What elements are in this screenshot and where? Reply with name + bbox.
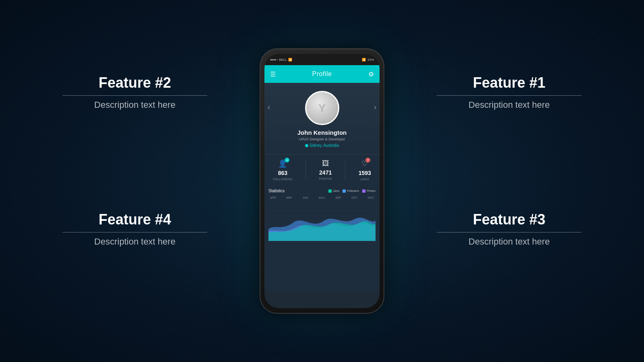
legend-photos-label: Photos <box>367 189 376 192</box>
feature-4-title: Feature #4 <box>62 211 207 228</box>
feature-2-title: Feature #2 <box>62 74 207 91</box>
wave-chart <box>268 201 376 241</box>
followers-badge: 4 <box>285 158 289 162</box>
feature-2-divider <box>62 95 207 96</box>
likes-icon-wrapper: ♡ 7 <box>361 159 368 168</box>
profile-section: ‹ › John Kensington UI/UX Designer & Dev… <box>264 83 380 154</box>
app-title: Profile <box>312 70 332 78</box>
chart-section: Statistics Likes Followers <box>264 185 380 290</box>
feature-4-divider <box>62 232 207 232</box>
bluetooth-icon: 📶 <box>362 58 366 62</box>
month-oct: OCT <box>351 196 357 199</box>
stat-followers[interactable]: 👤 4 863 FOLLOWERS <box>273 159 292 181</box>
photos-icon: 🖼 <box>322 159 329 167</box>
nav-arrow-left[interactable]: ‹ <box>268 103 270 111</box>
stat-photos[interactable]: 🖼 2471 PHOTOS <box>319 159 332 181</box>
feature-3-title: Feature #3 <box>437 211 582 228</box>
nav-arrow-right[interactable]: › <box>374 103 376 111</box>
carrier-label: BELL <box>279 58 287 62</box>
location-text: Sidney, Australia <box>310 143 339 148</box>
profile-location: Sidney, Australia <box>305 143 339 148</box>
status-left: ●●●○ BELL 📶 <box>270 58 292 62</box>
phone-device: ●●●○ BELL 📶 📶 22% ☰ Profile ⚙ <box>260 48 384 314</box>
feature-1-title: Feature #1 <box>437 74 582 91</box>
month-sep: SEP <box>335 196 341 199</box>
followers-count: 863 <box>278 170 287 176</box>
profile-role: UI/UX Designer & Developer <box>299 137 345 141</box>
photos-icon-wrapper: 🖼 <box>322 159 329 168</box>
legend-followers: Followers <box>343 189 359 193</box>
feature-3-block: Feature #3 Description text here <box>437 211 582 247</box>
feature-3-description: Description text here <box>437 237 582 247</box>
avatar <box>305 91 339 125</box>
chart-header: Statistics Likes Followers <box>268 189 376 193</box>
legend-followers-label: Followers <box>347 189 359 192</box>
settings-icon[interactable]: ⚙ <box>368 70 374 78</box>
likes-badge: 7 <box>365 158 370 162</box>
legend-photos-dot <box>362 189 365 193</box>
profile-name: John Kensington <box>297 129 347 136</box>
month-may: MAY <box>286 196 292 199</box>
followers-icon-wrapper: 👤 4 <box>278 159 287 168</box>
month-apr: APR <box>270 196 276 199</box>
status-right: 📶 22% <box>362 58 374 62</box>
feature-4-description: Description text here <box>62 237 207 247</box>
legend-likes-dot <box>328 189 332 193</box>
likes-count: 1593 <box>359 170 371 176</box>
status-bar: ●●●○ BELL 📶 📶 22% <box>264 54 380 65</box>
chart-legend: Likes Followers Photos <box>328 189 376 193</box>
feature-1-divider <box>437 95 582 96</box>
app-header: ☰ Profile ⚙ <box>264 65 380 83</box>
month-july: JULY <box>318 196 325 199</box>
feature-2-description: Description text here <box>62 100 207 110</box>
stat-divider-2 <box>345 159 345 181</box>
battery-label: 22% <box>367 58 374 62</box>
legend-likes: Likes <box>328 189 339 193</box>
phone-screen: ●●●○ BELL 📶 📶 22% ☰ Profile ⚙ <box>264 54 380 308</box>
followers-label: FOLLOWERS <box>273 178 292 181</box>
phone-body: ●●●○ BELL 📶 📶 22% ☰ Profile ⚙ <box>260 48 384 314</box>
stats-section: 👤 4 863 FOLLOWERS 🖼 2471 PHOTOS <box>264 154 380 185</box>
feature-4-block: Feature #4 Description text here <box>62 211 207 247</box>
chart-title: Statistics <box>268 189 285 193</box>
screen-content: ☰ Profile ⚙ ‹ › John Kensington UI/UX De… <box>264 65 380 290</box>
legend-likes-label: Likes <box>333 189 339 192</box>
legend-photos: Photos <box>362 189 376 193</box>
feature-1-block: Feature #1 Description text here <box>437 74 582 110</box>
photos-count: 2471 <box>319 169 332 176</box>
signal-dots: ●●●○ <box>270 58 278 62</box>
chart-months: APR MAY JUN JULY SEP OCT NOV <box>268 196 376 199</box>
likes-label: LIKES <box>360 178 369 181</box>
hamburger-icon[interactable]: ☰ <box>270 70 276 78</box>
stat-likes[interactable]: ♡ 7 1593 LIKES <box>359 159 371 181</box>
wifi-icon: 📶 <box>288 58 292 62</box>
feature-2-block: Feature #2 Description text here <box>62 74 207 110</box>
legend-followers-dot <box>343 189 346 193</box>
month-jun: JUN <box>303 196 308 199</box>
location-dot-icon <box>305 144 308 147</box>
feature-3-divider <box>437 232 582 232</box>
photos-label: PHOTOS <box>319 177 332 180</box>
feature-1-description: Description text here <box>437 100 582 110</box>
notch-cutout <box>310 54 334 60</box>
stat-divider-1 <box>305 159 306 181</box>
month-nov: NOV <box>368 196 374 199</box>
